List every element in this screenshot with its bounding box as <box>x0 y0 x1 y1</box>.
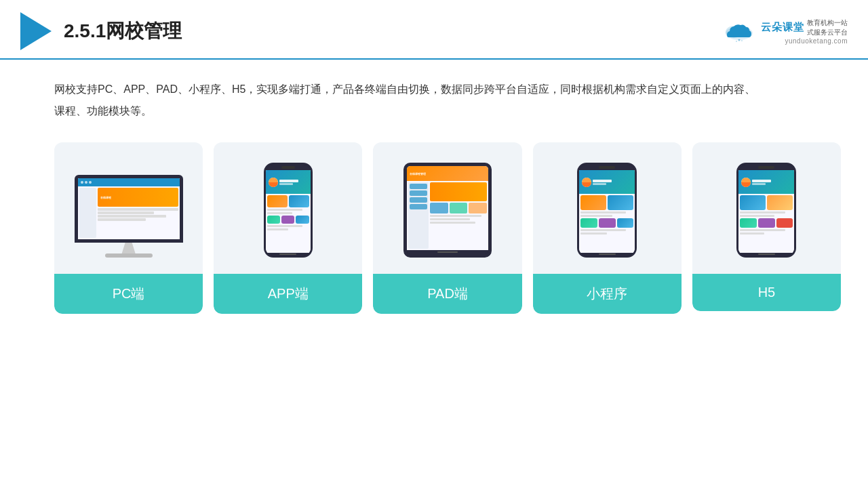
miniprogram-phone-icon <box>577 163 637 258</box>
h5-image <box>703 156 830 264</box>
h5-label[interactable]: H5 <box>692 274 841 311</box>
description-text: 网校支持PC、APP、PAD、小程序、H5，实现多端打通，产品各终端自由切换，数… <box>54 79 766 122</box>
svg-point-4 <box>736 41 737 42</box>
header: 2.5.1网校管理 云朵课堂 教育机构一站 式服务云平台 yunduoket <box>0 0 868 60</box>
pc-monitor-icon: 在线课程 <box>75 175 183 258</box>
miniprogram-label[interactable]: 小程序 <box>533 274 682 314</box>
page-title: 2.5.1网校管理 <box>64 18 182 44</box>
pad-tablet-icon: 在线课程管理 <box>403 163 492 258</box>
pad-card: 在线课程管理 <box>373 142 521 314</box>
cloud-logo-icon <box>722 18 757 43</box>
pc-card: 在线课程 <box>54 142 203 314</box>
app-label[interactable]: APP端 <box>214 274 362 314</box>
pad-label[interactable]: PAD端 <box>373 274 521 314</box>
brand-name: 云朵课堂 <box>761 21 804 34</box>
pad-image: 在线课程管理 <box>384 156 511 264</box>
app-phone-icon <box>264 163 313 258</box>
miniprogram-image <box>544 156 671 264</box>
svg-point-5 <box>741 40 743 41</box>
app-image <box>224 156 351 264</box>
svg-point-3 <box>738 39 741 41</box>
brand-url: yunduoketang.com <box>785 37 848 45</box>
brand-text: 云朵课堂 教育机构一站 式服务云平台 yunduoketang.com <box>761 18 848 45</box>
app-card: APP端 <box>214 142 362 314</box>
h5-phone-icon <box>736 163 796 258</box>
miniprogram-card: 小程序 <box>533 142 682 314</box>
logo-triangle-icon <box>20 12 52 50</box>
brand-logo: 云朵课堂 教育机构一站 式服务云平台 yunduoketang.com <box>722 18 848 45</box>
main-content: 网校支持PC、APP、PAD、小程序、H5，实现多端打通，产品各终端自由切换，数… <box>0 60 868 327</box>
pc-label[interactable]: PC端 <box>54 274 203 314</box>
brand-subtitle: 教育机构一站 式服务云平台 <box>807 18 848 37</box>
h5-card: H5 <box>692 142 841 311</box>
header-left: 2.5.1网校管理 <box>20 12 182 50</box>
device-cards-container: 在线课程 <box>54 142 841 314</box>
pc-image: 在线课程 <box>65 156 192 264</box>
